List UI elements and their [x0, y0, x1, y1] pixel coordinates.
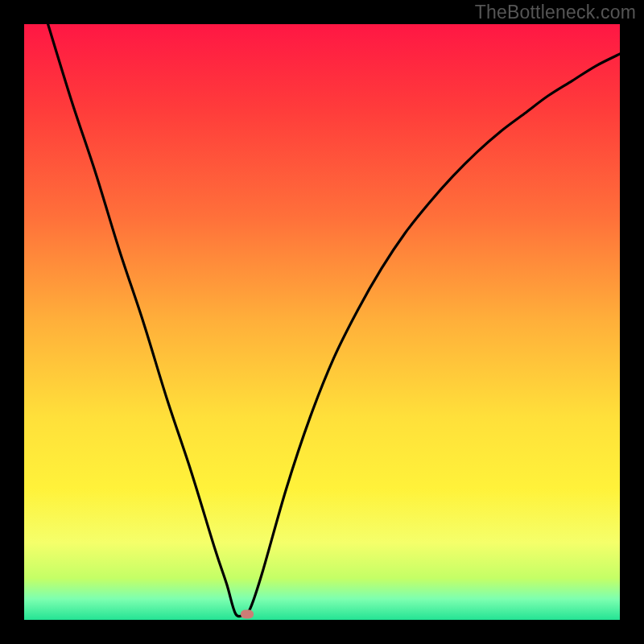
watermark-text: TheBottleneck.com	[475, 2, 636, 23]
optimum-marker	[241, 609, 254, 618]
plot-area	[24, 24, 620, 620]
chart-frame: TheBottleneck.com	[0, 0, 644, 644]
bottleneck-curve	[24, 24, 620, 620]
